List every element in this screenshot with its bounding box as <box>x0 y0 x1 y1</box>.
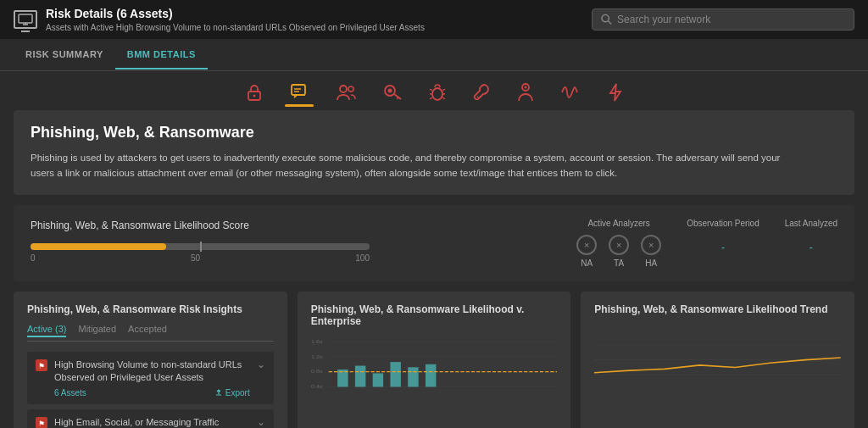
risk-item-0-content: High Browsing Volume to non-standard URL… <box>54 359 250 397</box>
svg-text:⚑: ⚑ <box>38 420 45 428</box>
monitor-icon <box>14 10 37 29</box>
svg-point-25 <box>525 86 527 89</box>
risk-item-1: ⚑ High Email, Social, or Messaging Traff… <box>27 409 274 428</box>
risk-item-0-meta: 6 Assets Export <box>54 388 250 397</box>
svg-point-16 <box>432 88 442 100</box>
wave-icon-btn[interactable] <box>556 81 587 103</box>
score-label: Phishing, Web, & Ransomware Likelihood S… <box>31 220 542 231</box>
risk-flag-icon-0: ⚑ <box>36 359 47 371</box>
svg-rect-42 <box>408 367 418 386</box>
svg-text:⚑: ⚑ <box>38 362 45 370</box>
bottom-row: Phishing, Web, & Ransomware Risk Insight… <box>14 292 854 428</box>
analyzer-ha-label: HA <box>645 258 657 268</box>
observation-period-value: - <box>687 242 760 253</box>
svg-rect-43 <box>426 364 436 387</box>
export-icon-0 <box>214 388 223 397</box>
risk-assets-link-0[interactable]: 6 Assets <box>54 388 86 397</box>
lock-icon-btn[interactable] <box>241 80 268 105</box>
svg-point-3 <box>602 14 609 21</box>
label-max: 100 <box>355 253 370 263</box>
tab-bmm-details[interactable]: BMM DETAILS <box>115 41 208 69</box>
risk-tab-accepted[interactable]: Accepted <box>128 324 167 337</box>
svg-line-18 <box>442 89 445 91</box>
progress-bg <box>31 243 370 250</box>
progress-labels: 0 50 100 <box>31 253 370 263</box>
svg-line-17 <box>430 89 432 91</box>
risk-chevron-1[interactable]: ⌄ <box>257 416 265 428</box>
analyzer-items: × NA × TA × HA <box>576 235 661 268</box>
analyzer-na-label: NA <box>581 258 593 268</box>
analyzer-na: × NA <box>576 235 597 268</box>
risk-tab-active[interactable]: Active (3) <box>27 324 66 337</box>
analyzer-header: Active Analyzers <box>576 219 661 228</box>
last-analyzed-value: - <box>785 242 837 253</box>
wrench-icon-btn[interactable] <box>468 80 495 105</box>
likelihood-trend-card: Phishing, Web, & Ransomware Likelihood T… <box>581 292 854 428</box>
risk-item-0-text: High Browsing Volume to non-standard URL… <box>54 359 250 385</box>
score-card: Phishing, Web, & Ransomware Likelihood S… <box>14 205 854 281</box>
risk-export-btn-0[interactable]: Export <box>214 388 250 397</box>
svg-rect-39 <box>355 365 365 386</box>
likelihood-trend-chart <box>594 324 841 392</box>
analyzer-ta-circle: × <box>609 235 629 255</box>
svg-text:1.6x: 1.6x <box>311 338 323 343</box>
tab-risk-summary[interactable]: RISK SUMMARY <box>14 41 115 69</box>
progress-container: 0 50 100 <box>31 243 542 263</box>
svg-point-11 <box>348 86 353 92</box>
svg-point-10 <box>340 86 347 92</box>
risk-insights-card: Phishing, Web, & Ransomware Risk Insight… <box>14 292 287 428</box>
last-analyzed-label: Last Analyzed <box>785 219 837 228</box>
likelihood-enterprise-chart: 1.6x 1.2x 0.8x 0.4x <box>311 336 558 403</box>
risk-tab-mitigated[interactable]: Mitigated <box>78 324 116 337</box>
search-icon <box>601 14 612 25</box>
svg-text:0.8x: 0.8x <box>311 369 323 374</box>
score-left: Phishing, Web, & Ransomware Likelihood S… <box>31 220 542 266</box>
label-min: 0 <box>31 253 36 263</box>
analyzer-ha-circle: × <box>641 235 661 255</box>
svg-rect-41 <box>390 362 400 386</box>
top-bar: Risk Details (6 Assets) Assets with Acti… <box>0 0 868 39</box>
main-content: Phishing, Web, & Ransomware Phishing is … <box>0 110 868 428</box>
risk-flag-icon-1: ⚑ <box>36 417 47 428</box>
bolt-icon-btn[interactable] <box>604 80 627 105</box>
person-icon-btn[interactable] <box>512 80 539 105</box>
title-block: Risk Details (6 Assets) Assets with Acti… <box>46 6 425 32</box>
risk-chevron-0[interactable]: ⌄ <box>257 359 265 370</box>
search-input[interactable] <box>617 14 845 25</box>
svg-rect-7 <box>292 85 305 95</box>
tabs-row: RISK SUMMARY BMM DETAILS <box>0 39 868 71</box>
likelihood-enterprise-card: Phishing, Web, & Ransomware Likelihood v… <box>298 292 571 428</box>
observation-period-label: Observation Period <box>687 219 760 228</box>
svg-point-6 <box>253 95 256 97</box>
risk-item-1-text: High Email, Social, or Messaging Traffic <box>54 416 219 428</box>
likelihood-trend-title: Phishing, Web, & Ransomware Likelihood T… <box>594 303 841 315</box>
svg-text:1.2x: 1.2x <box>311 353 323 359</box>
observation-period-group: Observation Period - <box>687 219 760 253</box>
risk-insights-tabs: Active (3) Mitigated Accepted <box>27 324 274 342</box>
search-bar[interactable] <box>592 8 854 31</box>
analyzer-ta-label: TA <box>614 258 624 268</box>
chat-icon-btn[interactable] <box>285 80 314 105</box>
top-bar-left: Risk Details (6 Assets) Assets with Acti… <box>14 6 425 32</box>
likelihood-enterprise-title: Phishing, Web, & Ransomware Likelihood v… <box>311 303 558 327</box>
risk-insights-title: Phishing, Web, & Ransomware Risk Insight… <box>27 303 274 315</box>
phishing-desc: Phishing is used by attackers to get use… <box>31 150 793 181</box>
phishing-section-card: Phishing, Web, & Ransomware Phishing is … <box>14 110 854 195</box>
analyzer-na-circle: × <box>576 235 597 255</box>
key-icon-btn[interactable] <box>378 81 407 104</box>
svg-point-15 <box>388 89 392 93</box>
risk-item-0-left: ⚑ High Browsing Volume to non-standard U… <box>36 359 250 397</box>
page-subtitle: Assets with Active High Browsing Volume … <box>46 22 425 33</box>
svg-point-23 <box>477 97 479 98</box>
progress-fill <box>31 243 166 250</box>
svg-rect-40 <box>372 373 382 386</box>
svg-line-21 <box>430 97 432 99</box>
bug-icon-btn[interactable] <box>424 80 451 105</box>
analyzer-group: Active Analyzers × NA × TA × HA <box>576 219 661 268</box>
users-icon-btn[interactable] <box>331 81 361 104</box>
svg-text:0.4x: 0.4x <box>311 383 323 388</box>
svg-rect-0 <box>19 14 32 23</box>
analyzer-ha: × HA <box>641 235 661 268</box>
phishing-title: Phishing, Web, & Ransomware <box>31 124 837 142</box>
svg-line-22 <box>442 97 445 99</box>
